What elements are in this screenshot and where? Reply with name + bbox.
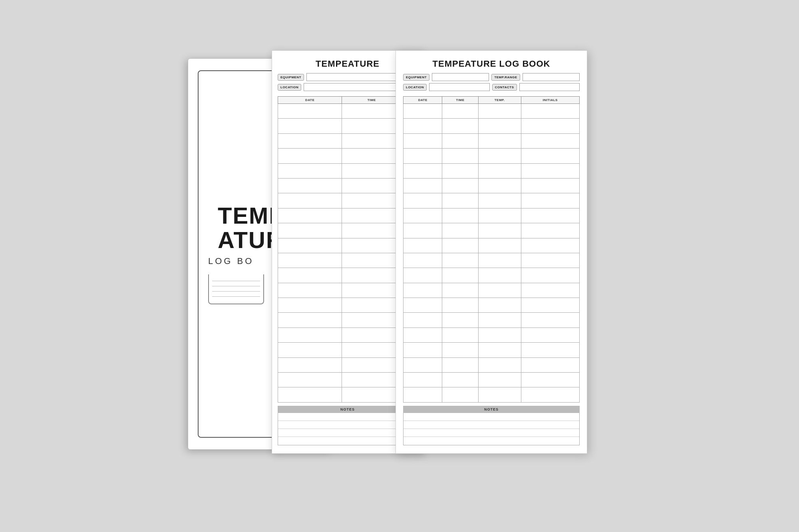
- front-notes-section: NOTES: [403, 406, 580, 445]
- table-row: [403, 283, 580, 298]
- mid-equipment-label: EQUIPMENT: [278, 74, 304, 81]
- front-temp-range-label: TEMP.RANGE: [491, 74, 520, 81]
- back-subtitle: LOG BO: [208, 256, 254, 266]
- front-location-box: [429, 83, 489, 91]
- front-notes-lines: [403, 413, 580, 445]
- table-row: [403, 223, 580, 238]
- front-location-label: LOCATION: [403, 84, 427, 91]
- table-row: [403, 387, 580, 403]
- mid-location-box: [304, 83, 407, 91]
- table-row: [403, 208, 580, 223]
- mid-equipment-box: [306, 73, 407, 81]
- front-page-title: TEMPEATURE LOG BOOK: [403, 59, 580, 69]
- table-row: [403, 119, 580, 133]
- front-equipment-box: [432, 73, 489, 81]
- front-col-temp: TEMP.: [478, 97, 521, 104]
- mid-location-label: LOCATION: [278, 84, 301, 91]
- notes-line: [403, 413, 579, 421]
- table-row: [403, 298, 580, 313]
- notes-line: [403, 429, 579, 437]
- front-col-initials: INITIALS: [521, 97, 579, 104]
- front-notes-header: NOTES: [403, 406, 580, 413]
- table-row: [403, 313, 580, 328]
- table-row: [403, 163, 580, 178]
- mid-col-date: DATE: [278, 97, 342, 104]
- notes-line: [403, 437, 579, 445]
- table-row: [403, 149, 580, 163]
- scene: TEMPE ATURE LOG BO TEMPEATURE EQUIPMENT: [200, 46, 599, 486]
- table-row: [403, 343, 580, 357]
- table-row: [403, 133, 580, 148]
- front-contacts-box: [519, 83, 580, 91]
- mid-col-time: TIME: [342, 97, 401, 104]
- front-contacts-label: CONTACTS: [492, 84, 517, 91]
- table-row: [403, 178, 580, 193]
- front-col-time: TIME: [442, 97, 478, 104]
- table-row: [403, 253, 580, 268]
- notes-line: [403, 421, 579, 429]
- front-col-date: DATE: [403, 97, 442, 104]
- table-row: [403, 328, 580, 342]
- table-row: [403, 357, 580, 372]
- front-equipment-row: EQUIPMENT TEMP.RANGE: [403, 73, 580, 81]
- table-row: [403, 373, 580, 387]
- table-row: [403, 104, 580, 119]
- front-page: TEMPEATURE LOG BOOK EQUIPMENT TEMP.RANGE…: [396, 50, 587, 454]
- front-temp-range-box: [523, 73, 580, 81]
- front-log-table: DATE TIME TEMP. INITIALS: [403, 96, 580, 403]
- front-equipment-label: EQUIPMENT: [403, 74, 429, 81]
- table-row: [403, 268, 580, 283]
- front-location-row: LOCATION CONTACTS: [403, 83, 580, 91]
- table-row: [403, 193, 580, 208]
- table-row: [403, 238, 580, 253]
